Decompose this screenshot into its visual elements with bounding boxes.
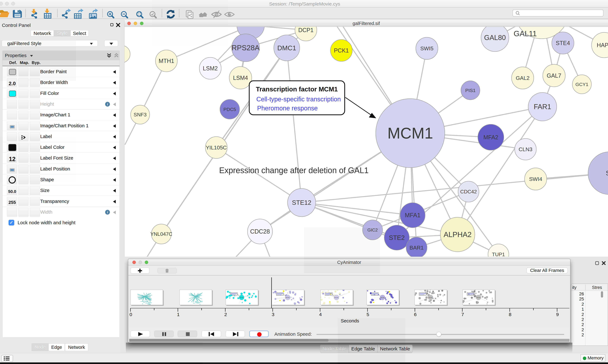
svg-text:SWI5: SWI5 xyxy=(420,45,433,52)
svg-text:CDC28: CDC28 xyxy=(250,228,270,235)
svg-text:MCM1: MCM1 xyxy=(334,297,339,298)
svg-text:PCK1: PCK1 xyxy=(334,47,349,54)
svg-text:MCM1: MCM1 xyxy=(286,297,290,298)
svg-text:DMC1: DMC1 xyxy=(277,44,296,52)
svg-text:Transcription factor MCM1: Transcription factor MCM1 xyxy=(256,86,338,93)
svg-text:MCM1: MCM1 xyxy=(380,297,385,298)
svg-text:STE4: STE4 xyxy=(556,40,570,46)
svg-text:Expression change after deleti: Expression change after deletion of GAL1 xyxy=(219,166,369,175)
svg-text:GAL11: GAL11 xyxy=(514,29,537,38)
svg-text:MFA1: MFA1 xyxy=(405,212,420,219)
svg-text:GAL80: GAL80 xyxy=(484,34,506,41)
svg-text:ALPHA2: ALPHA2 xyxy=(444,230,471,239)
svg-text:MCM1: MCM1 xyxy=(240,297,244,298)
svg-text:MCM1: MCM1 xyxy=(476,297,481,298)
svg-text:GAL2: GAL2 xyxy=(516,75,530,81)
svg-text:MTH1: MTH1 xyxy=(159,58,174,64)
svg-text:STE12: STE12 xyxy=(292,199,311,206)
svg-text:CDC42: CDC42 xyxy=(460,189,477,195)
svg-text:CLN3: CLN3 xyxy=(519,146,532,152)
svg-text:Cell-type-specific transcripti: Cell-type-specific transcription xyxy=(256,96,341,103)
svg-text:SLT: SLT xyxy=(606,169,608,177)
svg-text:STE2: STE2 xyxy=(389,234,405,241)
svg-text:SWI4: SWI4 xyxy=(529,176,542,182)
svg-text:Pheromone response: Pheromone response xyxy=(257,105,318,112)
svg-text:TUP1: TUP1 xyxy=(492,252,505,257)
svg-text:LSM4: LSM4 xyxy=(233,75,248,81)
svg-text:DCP1: DCP1 xyxy=(298,27,314,33)
svg-text:YIL105C: YIL105C xyxy=(206,144,227,151)
svg-text:MCM1: MCM1 xyxy=(428,297,433,298)
svg-text:GCY1: GCY1 xyxy=(575,82,588,87)
svg-text:SNF3: SNF3 xyxy=(134,112,147,117)
svg-text:YNL047C: YNL047C xyxy=(151,231,172,237)
svg-text:BAR1: BAR1 xyxy=(410,245,424,251)
svg-text:PDC5: PDC5 xyxy=(223,107,236,112)
svg-text:FAR1: FAR1 xyxy=(534,103,551,111)
svg-text:MCM1: MCM1 xyxy=(387,124,433,142)
svg-text:HAP2: HAP2 xyxy=(597,42,608,48)
svg-text:RPS28A: RPS28A xyxy=(232,44,260,52)
svg-text:GAL7: GAL7 xyxy=(547,72,561,79)
svg-text:PIS1: PIS1 xyxy=(465,88,475,93)
svg-text:MFA2: MFA2 xyxy=(484,134,498,141)
svg-text:LSM2: LSM2 xyxy=(203,65,218,72)
